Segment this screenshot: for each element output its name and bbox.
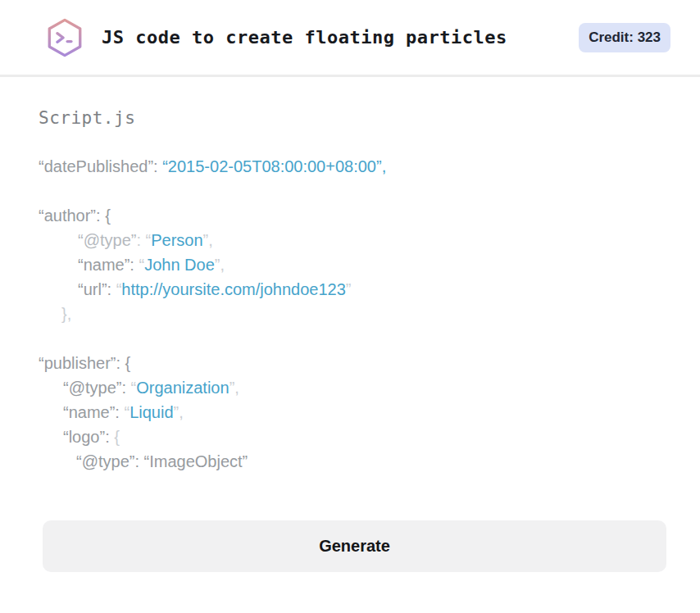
generate-button[interactable]: Generate	[43, 520, 666, 572]
code-line: “publisher”: {	[39, 351, 667, 375]
footer: Generate	[43, 520, 666, 572]
code-segment: “logo”:	[63, 428, 114, 446]
code-segment: “url”:	[78, 280, 116, 298]
code-segment: “name”:	[63, 403, 124, 421]
code-segment: ”,	[215, 256, 225, 274]
code-segment: John Doe	[144, 256, 215, 274]
code-line	[39, 179, 667, 203]
code-segment: ”,	[230, 379, 239, 397]
code-line: },	[39, 302, 667, 326]
code-segment: {	[114, 428, 120, 446]
code-segment: ”,	[203, 231, 213, 249]
credit-badge: Credit: 323	[579, 23, 670, 52]
code-line: “@type”: “ImageObject”	[39, 449, 667, 474]
code-line: “url”: “http://yoursite.com/johndoe123”	[39, 277, 667, 302]
code-segment: Organization	[136, 379, 229, 397]
code-segment: ”,	[174, 403, 184, 421]
code-segment: },	[61, 305, 71, 323]
code-segment: “author”: {	[39, 207, 111, 225]
terminal-prompt-logo-icon	[45, 17, 84, 58]
code-block: “datePublished”: “2015-02-05T08:00:00+08…	[39, 154, 667, 474]
code-segment: http://yoursite.com/johndoe123	[121, 280, 346, 298]
code-segment: “@type”	[78, 231, 136, 249]
code-segment: ”	[346, 280, 352, 298]
filename-heading: Script.js	[39, 108, 667, 128]
editor-panel: Script.js “datePublished”: “2015-02-05T0…	[0, 77, 700, 474]
code-line: “name”: “Liquid”,	[39, 400, 667, 425]
code-line: “name”: “John Doe”,	[39, 252, 667, 277]
code-segment: :	[136, 231, 145, 249]
header: JS code to create floating particles Cre…	[0, 0, 700, 77]
code-segment: Liquid	[130, 403, 173, 421]
code-line: “@type”: “Organization”,	[39, 375, 667, 400]
code-line: “author”: {	[39, 203, 667, 228]
code-line: “datePublished”: “2015-02-05T08:00:00+08…	[39, 154, 667, 179]
code-segment: Person	[151, 231, 202, 249]
code-segment: “publisher”: {	[39, 354, 130, 372]
code-line: “@type”: “Person”,	[39, 228, 667, 252]
page-title: JS code to create floating particles	[102, 27, 507, 48]
code-line: “logo”: {	[39, 425, 667, 449]
code-line	[39, 326, 667, 351]
code-segment: “@type”:	[63, 379, 131, 397]
code-segment: “@type”: “ImageObject”	[76, 452, 248, 470]
code-segment: “name”:	[78, 256, 139, 274]
code-segment: “datePublished”:	[39, 157, 162, 175]
code-segment: “2015-02-05T08:00:00+08:00”,	[162, 157, 386, 175]
